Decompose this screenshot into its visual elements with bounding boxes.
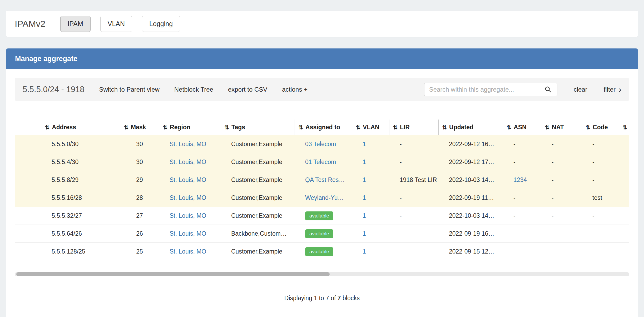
column-header-nat[interactable]: ⇅NAT bbox=[541, 120, 582, 135]
code-cell: - bbox=[582, 153, 619, 171]
search-button[interactable] bbox=[539, 83, 557, 96]
clipped-cell bbox=[619, 243, 629, 261]
assigned-to-link[interactable]: QA Test Res… bbox=[305, 176, 345, 183]
asn-cell: - bbox=[503, 135, 541, 153]
address-cell: 5.5.5.8/29 bbox=[41, 171, 120, 189]
code-cell: - bbox=[582, 225, 619, 243]
region-link[interactable]: St. Louis, MO bbox=[170, 194, 206, 201]
row-spacer-cell bbox=[15, 225, 41, 243]
column-header-mask[interactable]: ⇅Mask bbox=[120, 120, 159, 135]
nat-cell: - bbox=[541, 171, 582, 189]
vlan-link[interactable]: 1 bbox=[363, 212, 366, 219]
asn-cell: - bbox=[503, 207, 541, 225]
table-row: 5.5.5.8/2929St. Louis, MOCustomer,Exampl… bbox=[15, 171, 629, 189]
column-header-tags[interactable]: ⇅Tags bbox=[221, 120, 295, 135]
netblock-tree-link[interactable]: Netblock Tree bbox=[174, 86, 213, 93]
sort-icon[interactable]: ⇅ bbox=[442, 124, 447, 130]
column-header-region[interactable]: ⇅Region bbox=[159, 120, 221, 135]
column-header-asn[interactable]: ⇅ASN bbox=[503, 120, 541, 135]
region-cell: St. Louis, MO bbox=[159, 243, 221, 261]
address-cell: 5.5.5.128/25 bbox=[41, 243, 120, 261]
row-spacer-cell bbox=[15, 243, 41, 261]
switch-to-parent-view-link[interactable]: Switch to Parent view bbox=[99, 86, 159, 93]
asn-cell: - bbox=[503, 153, 541, 171]
sort-icon[interactable]: ⇅ bbox=[163, 124, 168, 130]
region-link[interactable]: St. Louis, MO bbox=[170, 212, 206, 219]
tags-cell: Customer,Example bbox=[221, 171, 295, 189]
column-header-vlan[interactable]: ⇅VLAN bbox=[352, 120, 389, 135]
assigned-to-link[interactable]: Weyland-Yu… bbox=[305, 194, 344, 201]
lir-cell: 1918 Test LIR bbox=[389, 171, 438, 189]
sort-icon[interactable]: ⇅ bbox=[393, 124, 398, 130]
horizontal-scrollbar-thumb[interactable] bbox=[16, 272, 330, 276]
nat-cell: - bbox=[541, 225, 582, 243]
tags-cell: Customer,Example bbox=[221, 153, 295, 171]
region-link[interactable]: St. Louis, MO bbox=[170, 230, 206, 237]
row-spacer-cell bbox=[15, 171, 41, 189]
nat-cell: - bbox=[541, 243, 582, 261]
updated-cell: 2022-10-03 14… bbox=[438, 207, 503, 225]
vlan-link[interactable]: 1 bbox=[363, 176, 366, 183]
row-spacer-cell bbox=[15, 153, 41, 171]
column-label: Mask bbox=[131, 124, 146, 131]
region-link[interactable]: St. Louis, MO bbox=[170, 141, 206, 147]
column-header-address[interactable]: ⇅Address bbox=[41, 120, 120, 135]
table-row: 5.5.5.0/3030St. Louis, MOCustomer,Exampl… bbox=[15, 135, 629, 153]
mask-cell: 30 bbox=[120, 135, 159, 153]
column-header-lir[interactable]: ⇅LIR bbox=[389, 120, 438, 135]
clipped-cell bbox=[619, 189, 629, 207]
assigned-to-link[interactable]: 01 Telecom bbox=[305, 158, 336, 165]
column-header-updated[interactable]: ⇅Updated bbox=[438, 120, 503, 135]
sort-icon[interactable]: ⇅ bbox=[45, 124, 50, 130]
asn-cell: - bbox=[503, 225, 541, 243]
tab-ipam[interactable]: IPAM bbox=[60, 16, 91, 32]
code-cell: - bbox=[582, 171, 619, 189]
sort-icon[interactable]: ⇅ bbox=[124, 124, 129, 130]
sort-icon[interactable]: ⇅ bbox=[586, 124, 591, 130]
actions-menu[interactable]: actions + bbox=[282, 86, 308, 93]
sort-icon[interactable]: ⇅ bbox=[623, 124, 627, 130]
mask-cell: 28 bbox=[120, 189, 159, 207]
lir-cell: - bbox=[389, 189, 438, 207]
export-to-csv-link[interactable]: export to CSV bbox=[228, 86, 267, 93]
tab-vlan[interactable]: VLAN bbox=[100, 16, 132, 32]
mask-cell: 25 bbox=[120, 243, 159, 261]
sort-icon[interactable]: ⇅ bbox=[545, 124, 550, 130]
filter-link[interactable]: filter › bbox=[604, 86, 621, 93]
tags-cell: Backbone,Custom… bbox=[221, 225, 295, 243]
column-label: Address bbox=[52, 124, 76, 131]
sort-icon[interactable]: ⇅ bbox=[356, 124, 361, 130]
assigned-to-cell: Weyland-Yu… bbox=[295, 189, 352, 207]
clear-link[interactable]: clear bbox=[574, 86, 587, 93]
clipped-cell bbox=[619, 153, 629, 171]
tab-logging[interactable]: Logging bbox=[142, 16, 180, 32]
mask-cell: 29 bbox=[120, 171, 159, 189]
table-row: 5.5.5.64/2626St. Louis, MOBackbone,Custo… bbox=[15, 225, 629, 243]
code-cell: - bbox=[582, 243, 619, 261]
vlan-link[interactable]: 1 bbox=[363, 230, 366, 237]
sort-icon[interactable]: ⇅ bbox=[299, 124, 303, 130]
vlan-cell: 1 bbox=[352, 225, 389, 243]
search-input[interactable] bbox=[424, 83, 539, 96]
vlan-link[interactable]: 1 bbox=[363, 248, 366, 255]
column-header-assigned-to[interactable]: ⇅Assigned to bbox=[295, 120, 352, 135]
column-header-code[interactable]: ⇅Code bbox=[582, 120, 619, 135]
vlan-link[interactable]: 1 bbox=[363, 158, 366, 165]
toolbar-links: Switch to Parent viewNetblock Treeexport… bbox=[84, 86, 308, 93]
asn-link[interactable]: 1234 bbox=[513, 176, 527, 183]
vlan-link[interactable]: 1 bbox=[363, 141, 366, 147]
horizontal-scrollbar[interactable] bbox=[15, 272, 629, 276]
region-link[interactable]: St. Louis, MO bbox=[170, 176, 206, 183]
sort-icon[interactable]: ⇅ bbox=[507, 124, 512, 130]
asn-cell: - bbox=[503, 189, 541, 207]
region-link[interactable]: St. Louis, MO bbox=[170, 158, 206, 165]
vlan-cell: 1 bbox=[352, 135, 389, 153]
clipped-cell bbox=[619, 171, 629, 189]
updated-cell: 2022-09-12 17… bbox=[438, 153, 503, 171]
vlan-link[interactable]: 1 bbox=[363, 194, 366, 201]
table-row: 5.5.5.16/2828St. Louis, MOCustomer,Examp… bbox=[15, 189, 629, 207]
sort-icon[interactable]: ⇅ bbox=[225, 124, 229, 130]
region-link[interactable]: St. Louis, MO bbox=[170, 248, 206, 255]
assigned-to-link[interactable]: 03 Telecom bbox=[305, 141, 336, 147]
column-label: VLAN bbox=[363, 124, 379, 131]
